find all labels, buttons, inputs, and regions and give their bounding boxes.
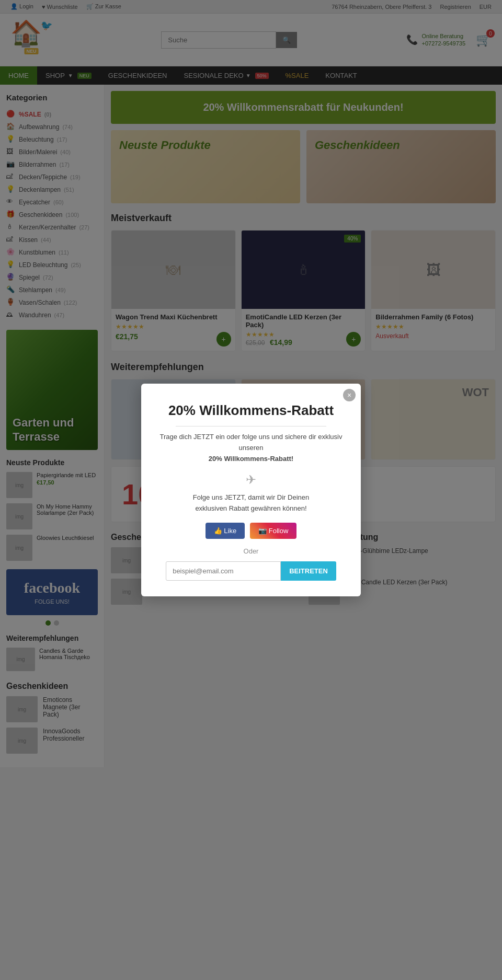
email-input[interactable]	[166, 561, 281, 581]
modal-overlay[interactable]: × 20% Willkommens-Rabatt Trage dich JETZ…	[0, 0, 502, 767]
modal-divider	[176, 426, 326, 426]
plane-icon: ✈	[157, 472, 345, 487]
modal-text-2: Folge uns JETZT, damit wir Dir Deinen ex…	[157, 492, 345, 514]
facebook-like-button[interactable]: 👍 Like	[206, 523, 245, 539]
modal-title: 20% Willkommens-Rabatt	[157, 402, 345, 419]
modal-close-button[interactable]: ×	[343, 389, 356, 401]
modal-email-row: BEITRETEN	[157, 561, 345, 581]
discount-modal: × 20% Willkommens-Rabatt Trage dich JETZ…	[141, 384, 361, 596]
instagram-follow-button[interactable]: 📷 Follow	[250, 523, 296, 539]
join-button[interactable]: BEITRETEN	[281, 561, 336, 581]
modal-text-1: Trage dich JETZT ein oder folge uns und …	[157, 432, 345, 464]
modal-social-buttons: 👍 Like 📷 Follow	[157, 523, 345, 539]
modal-oder: Oder	[157, 547, 345, 555]
